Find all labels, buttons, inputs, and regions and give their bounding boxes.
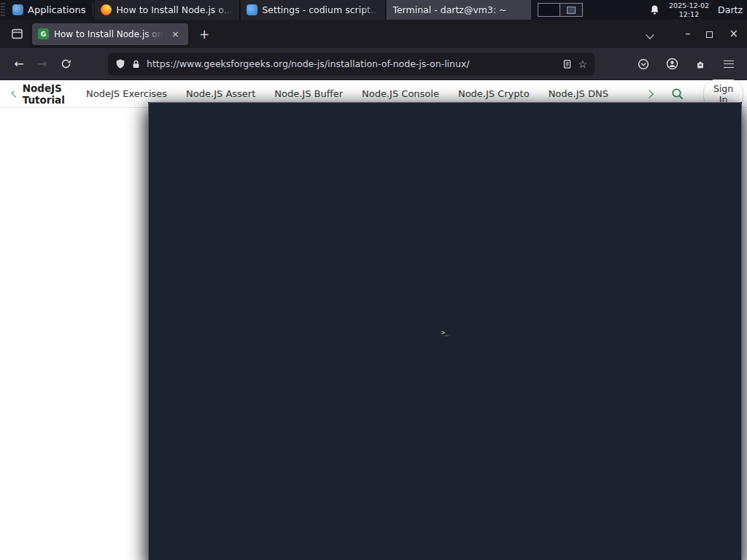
window-close-button[interactable]: × <box>729 28 738 39</box>
sitenav-title: NodeJS Tutorial <box>23 82 67 106</box>
list-tabs-button[interactable] <box>647 27 653 41</box>
sitenav-back-link[interactable]: NodeJS Tutorial <box>13 82 67 106</box>
workspace-1[interactable] <box>538 3 560 17</box>
tab-bar: How to Install Node.js on × + – × <box>0 20 747 48</box>
reader-mode-icon[interactable] <box>562 59 572 69</box>
panel-status-area: 2025-12-02 12:12 Dartz <box>649 0 747 20</box>
tracking-protection-shield-icon[interactable] <box>115 58 125 69</box>
taskbar-button-terminal[interactable]: >_ Terminal - dartz@vm3: ~ <box>386 0 532 20</box>
back-chevron-icon <box>12 90 18 97</box>
extensions-puzzle-icon[interactable] <box>689 53 711 75</box>
notification-bell-icon[interactable] <box>649 4 660 15</box>
terminal-icon: >_ <box>148 102 742 560</box>
panel-handle <box>1 3 5 17</box>
window-maximize-button[interactable] <box>706 27 713 41</box>
browser-tab[interactable]: How to Install Node.js on × <box>32 23 188 45</box>
url-input[interactable]: https://www.geeksforgeeks.org/node-js/in… <box>147 58 557 69</box>
tab-bar-controls: – × <box>647 27 741 41</box>
toolbar-extensions-area <box>632 53 740 75</box>
forward-button[interactable]: → <box>31 52 54 76</box>
bookmark-star-icon[interactable]: ☆ <box>578 58 587 70</box>
sitenav-item-crypto[interactable]: Node.JS Crypto <box>458 88 530 99</box>
top-panel: Applications How to Install Node.js o...… <box>0 0 747 20</box>
nav-scroll-right-button[interactable] <box>646 91 652 97</box>
menu-hamburger-icon[interactable] <box>718 53 740 75</box>
clock-time: 12:12 <box>669 10 709 18</box>
applications-label: Applications <box>28 4 85 15</box>
url-bar[interactable]: https://www.geeksforgeeks.org/node-js/in… <box>108 52 595 76</box>
applications-icon <box>12 4 23 15</box>
sitenav-item-assert[interactable]: Node.JS Assert <box>186 88 255 99</box>
applications-menu-button[interactable]: Applications <box>6 0 92 20</box>
navigation-toolbar: ← → https://www.geeksforgeeks.org/node-j… <box>0 48 747 80</box>
account-icon[interactable] <box>661 53 683 75</box>
sitenav-item-console[interactable]: Node.JS Console <box>362 88 439 99</box>
back-button[interactable]: ← <box>7 52 31 76</box>
tab-title: How to Install Node.js on <box>54 29 163 39</box>
clock-date: 2025-12-02 <box>669 1 709 9</box>
firefox-view-icon[interactable] <box>6 24 28 44</box>
clock[interactable]: 2025-12-02 12:12 <box>669 1 709 18</box>
site-favicon <box>38 28 49 39</box>
firefox-icon <box>101 4 112 15</box>
mini-window-icon <box>567 7 576 14</box>
window-minimize-button[interactable]: – <box>685 28 691 39</box>
taskbar: How to Install Node.js o... Settings - c… <box>94 0 532 20</box>
sitenav-item-exercises[interactable]: NodeJS Exercises <box>86 88 167 99</box>
pocket-icon[interactable] <box>632 53 654 75</box>
workspace-2[interactable] <box>560 3 583 17</box>
user-menu[interactable]: Dartz <box>718 4 743 15</box>
tab-close-icon[interactable]: × <box>169 28 182 40</box>
taskbar-button-browser[interactable]: How to Install Node.js o... <box>94 0 240 20</box>
taskbar-button-codium[interactable]: Settings - codium script... <box>240 0 386 20</box>
codium-icon <box>247 4 258 15</box>
workspace-switcher <box>538 3 583 17</box>
sitenav-item-buffer[interactable]: Node.JS Buffer <box>274 88 343 99</box>
new-tab-button[interactable]: + <box>193 27 216 42</box>
panel-separator <box>93 3 93 17</box>
sitenav-item-dns[interactable]: Node.JS DNS <box>549 88 608 99</box>
reload-button[interactable] <box>54 52 77 76</box>
lock-icon[interactable] <box>131 59 141 69</box>
window-controls: – × <box>685 27 738 41</box>
search-icon[interactable] <box>671 88 684 101</box>
